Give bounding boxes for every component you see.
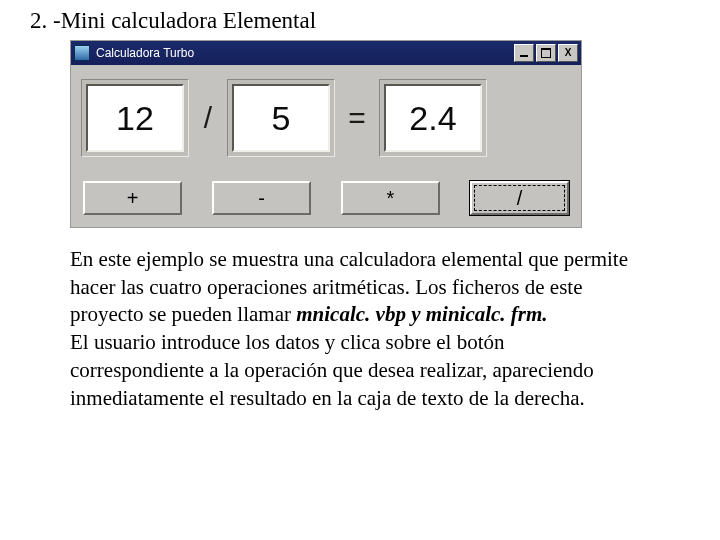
- result-frame: 2.4: [379, 79, 487, 157]
- description-text: En este ejemplo se muestra una calculado…: [70, 246, 630, 412]
- file-names: mnicalc. vbp y minicalc. frm.: [296, 302, 547, 326]
- operator-label: /: [201, 101, 215, 135]
- result-field: 2.4: [384, 84, 482, 152]
- divide-button[interactable]: /: [470, 181, 569, 215]
- add-button[interactable]: +: [83, 181, 182, 215]
- para2: El usuario introduce los datos y clica s…: [70, 330, 594, 409]
- equals-label: =: [347, 101, 367, 135]
- close-button[interactable]: X: [558, 44, 578, 62]
- subtract-button[interactable]: -: [212, 181, 311, 215]
- calculator-screenshot: Calculadora Turbo X 12 / 5 =: [70, 40, 582, 228]
- operand2-frame: 5: [227, 79, 335, 157]
- maximize-button[interactable]: [536, 44, 556, 62]
- operand1-field[interactable]: 12: [86, 84, 184, 152]
- operand1-frame: 12: [81, 79, 189, 157]
- window-frame: Calculadora Turbo X 12 / 5 =: [70, 40, 582, 228]
- multiply-button[interactable]: *: [341, 181, 440, 215]
- app-icon: [74, 45, 90, 61]
- operand2-field[interactable]: 5: [232, 84, 330, 152]
- section-heading: 2. -Mini calculadora Elemental: [30, 8, 690, 34]
- window-title: Calculadora Turbo: [96, 46, 514, 60]
- window-client-area: 12 / 5 = 2.4 + - * /: [71, 65, 581, 227]
- titlebar: Calculadora Turbo X: [71, 41, 581, 65]
- minimize-button[interactable]: [514, 44, 534, 62]
